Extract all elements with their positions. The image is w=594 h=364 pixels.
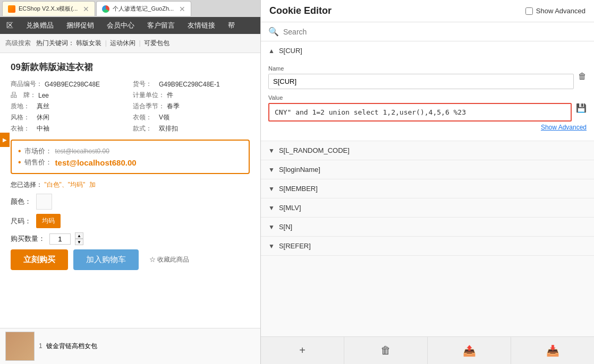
advanced-search-label: 高级搜索 (5, 39, 31, 48)
product-thumbnail-strip: 1 镀金背链高档女包 (0, 328, 260, 364)
market-price-row: • 市场价： test@localhost0.00 (18, 146, 242, 156)
detail-row-5: 适合季节： 春季 (133, 102, 250, 111)
search-icon: 🔍 (268, 27, 279, 37)
cookie-item-random-header[interactable]: ▼ S[L_RANDOM_CODE] (261, 141, 594, 160)
nav-item-5[interactable]: 友情链接 (181, 17, 222, 34)
chevron-down-icon-6: ▼ (268, 242, 275, 250)
ecshop-favicon (8, 5, 15, 13)
action-buttons: 立刻购买 加入购物车 ☆ 收藏此商品 (11, 249, 250, 270)
detail-value-1: G49B9EC298C48E-1 (159, 81, 220, 88)
product-details: 商品编号： G49B9EC298C48E 货号： G49B9EC298C48E-… (11, 80, 250, 133)
more-link[interactable]: 加 (89, 181, 96, 188)
cookie-name-sn: S[N] (279, 223, 292, 231)
cookie-search-input[interactable] (283, 28, 587, 36)
delete-cookie-button[interactable]: 🗑 (578, 72, 587, 81)
import-button[interactable]: 📥 (511, 337, 594, 364)
cookie-item-scur-header[interactable]: ▲ S[CUR] (261, 41, 594, 60)
quantity-label: 购买数量： (11, 234, 45, 244)
quantity-up[interactable]: ▲ (75, 232, 83, 239)
detail-row-7: 衣领： V领 (133, 113, 250, 122)
delete-all-button[interactable]: 🗑 (344, 337, 428, 364)
tab-chrome[interactable]: 个人渗透笔记_GuoZh... ✕ (96, 1, 191, 16)
nav-item-2[interactable]: 捆绑促销 (60, 17, 100, 34)
quantity-down[interactable]: ▼ (75, 239, 83, 245)
nav-item-4[interactable]: 客户留言 (141, 17, 181, 34)
detail-row-9: 款式： 双排扣 (133, 124, 250, 133)
detail-row-6: 风格： 休闲 (11, 113, 128, 122)
nav-item-0[interactable]: 区 (0, 17, 20, 34)
selection-value: "白色"、"均码" (44, 181, 85, 188)
show-advanced-checkbox[interactable] (525, 7, 533, 15)
detail-row-3: 计量单位： 件 (133, 91, 250, 100)
detail-row-2: 品 牌： Lee (11, 91, 128, 100)
cookie-item-refer: ▼ S[REFER] (261, 237, 594, 256)
keyword-divider-1: | (139, 39, 141, 47)
detail-label-5: 适合季节： (133, 102, 165, 111)
export-button[interactable]: 📤 (428, 337, 511, 364)
detail-label-2: 品 牌： (11, 91, 36, 100)
cookie-item-login-header[interactable]: ▼ S[loginName] (261, 160, 594, 179)
detail-label-9: 款式： (133, 124, 157, 133)
tab-ecshop[interactable]: ECShop V2.X.x模板(... ✕ (2, 1, 95, 16)
keyword-2[interactable]: 可爱包包 (144, 39, 169, 47)
chevron-down-icon-3: ▼ (268, 185, 275, 193)
cookie-editor-title: Cookie Editor (269, 5, 332, 16)
detail-value-8: 中袖 (37, 124, 49, 133)
cookie-item-refer-header[interactable]: ▼ S[REFER] (261, 237, 594, 255)
cookie-item-sn: ▼ S[N] (261, 218, 594, 237)
cookie-name-mlv: S[MLV] (279, 204, 301, 212)
market-price-value: test@localhost0.00 (55, 148, 109, 155)
cookie-item-random: ▼ S[L_RANDOM_CODE] (261, 141, 594, 160)
nav-item-3[interactable]: 会员中心 (100, 17, 141, 34)
left-panel: ECShop V2.X.x模板(... ✕ 个人渗透笔记_GuoZh... ✕ … (0, 0, 260, 364)
detail-label-3: 计量单位： (133, 91, 165, 100)
detail-value-3: 件 (167, 91, 173, 100)
selection-label: 您已选择： (11, 181, 43, 188)
show-advanced-header: Show Advanced (525, 7, 585, 15)
add-cookie-button[interactable]: + (261, 337, 344, 364)
detail-value-4: 真丝 (37, 102, 49, 111)
chevron-down-icon-4: ▼ (268, 204, 275, 212)
show-advanced-link[interactable]: Show Advanced (268, 122, 587, 133)
color-swatch-white[interactable] (36, 194, 52, 210)
sale-price-row: • 销售价： test@localhost680.00 (18, 158, 242, 167)
chevron-down-icon-5: ▼ (268, 223, 275, 231)
tab-ecshop-close[interactable]: ✕ (83, 5, 89, 13)
cookie-name-scur: S[CUR] (279, 47, 302, 55)
cookie-editor-panel: Cookie Editor Show Advanced 🔍 ▲ S[CUR] N… (260, 0, 594, 364)
cookie-name-input[interactable] (268, 74, 574, 89)
market-price-label: 市场价： (24, 146, 52, 156)
detail-value-7: V领 (159, 113, 169, 122)
cookie-editor-header: Cookie Editor Show Advanced (261, 0, 594, 22)
quantity-input[interactable] (49, 233, 71, 245)
size-button[interactable]: 均码 (36, 214, 61, 228)
cookie-value-input[interactable] (268, 103, 572, 122)
cookie-toolbar: + 🗑 📤 📥 (261, 336, 594, 364)
cookie-item-mlv-header[interactable]: ▼ S[MLV] (261, 198, 594, 217)
market-price-bullet: • (18, 146, 21, 156)
buy-now-button[interactable]: 立刻购买 (11, 249, 68, 270)
cookie-item-mlv: ▼ S[MLV] (261, 198, 594, 218)
detail-value-0: G49B9EC298C48E (45, 81, 100, 88)
favorite-button[interactable]: ☆ 收藏此商品 (149, 249, 189, 270)
detail-label-6: 风格： (11, 113, 35, 122)
nav-item-6[interactable]: 帮 (222, 17, 241, 34)
cookie-item-scur: ▲ S[CUR] Name 🗑 Value 💾 Show Advanced (261, 41, 594, 141)
cookie-item-sn-header[interactable]: ▼ S[N] (261, 218, 594, 236)
detail-label-8: 衣袖： (11, 124, 35, 133)
cookie-name-member: S[MEMBER] (279, 185, 318, 193)
sale-price-label: 销售价： (24, 158, 52, 167)
cookie-name-login: S[loginName] (279, 166, 320, 174)
image-strip[interactable]: ▶ (0, 133, 10, 147)
save-cookie-button[interactable]: 💾 (576, 103, 587, 113)
nav-item-1[interactable]: 兑换赠品 (20, 17, 60, 34)
quantity-stepper[interactable]: ▲ ▼ (75, 232, 83, 245)
add-to-cart-button[interactable]: 加入购物车 (73, 249, 139, 270)
tab-chrome-close[interactable]: ✕ (179, 5, 185, 13)
detail-label-1: 货号： (133, 80, 157, 89)
keyword-0[interactable]: 韩版女装 (76, 39, 101, 47)
keyword-1[interactable]: 运动休闲 (110, 39, 135, 47)
cookie-scur-expanded: Name 🗑 Value 💾 Show Advanced (261, 60, 594, 141)
detail-row-0: 商品编号： G49B9EC298C48E (11, 80, 128, 89)
cookie-item-member-header[interactable]: ▼ S[MEMBER] (261, 179, 594, 198)
